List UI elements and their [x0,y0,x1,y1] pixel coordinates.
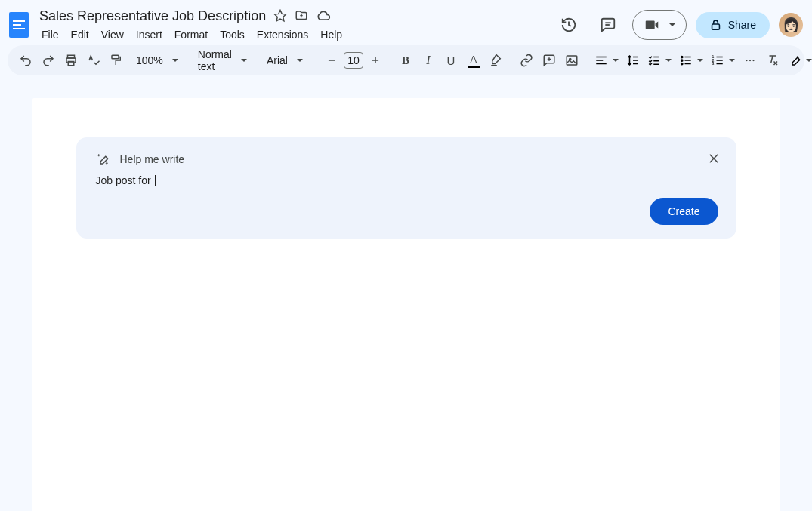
help-me-write-panel: Help me write Job post for Create [76,137,736,239]
italic-button[interactable]: I [418,50,439,71]
document-title[interactable]: Sales Representative Job Description [36,8,269,25]
font-dropdown[interactable]: Arial [259,53,312,68]
editing-mode-dropdown[interactable] [785,52,812,69]
paint-format-button[interactable] [106,50,127,71]
chevron-down-icon [806,59,812,62]
chevron-down-icon [665,59,672,62]
menu-view[interactable]: View [96,26,129,43]
svg-point-39 [752,60,754,61]
svg-rect-3 [712,24,719,29]
magic-pencil-icon [96,152,110,166]
bold-button[interactable]: B [395,50,416,71]
chevron-down-icon [669,23,675,26]
bulleted-list-dropdown[interactable] [676,52,706,69]
share-button[interactable]: Share [696,12,770,38]
svg-point-29 [681,63,683,64]
font-size-input[interactable] [344,52,363,69]
chevron-down-icon [613,59,619,62]
header-right: Share 👩🏻 [554,10,803,40]
chevron-down-icon [729,59,735,62]
svg-marker-0 [275,11,286,21]
style-value: Normal text [193,48,236,72]
title-area: Sales Representative Job Description Fil… [36,8,554,43]
video-call-button[interactable] [632,10,687,40]
toolbar: 100% Normal text Arial B I U A [8,45,804,75]
ai-panel-header: Help me write [96,152,718,166]
cloud-status-icon[interactable] [316,8,331,23]
increase-font-button[interactable] [365,50,386,71]
chevron-down-icon [297,59,303,62]
create-button[interactable]: Create [650,198,718,225]
ai-panel-title: Help me write [120,153,185,165]
numbered-list-dropdown[interactable]: 123 [708,52,738,69]
print-button[interactable] [60,50,82,71]
svg-point-25 [681,56,683,57]
svg-rect-7 [112,55,119,59]
chevron-down-icon [241,59,247,62]
chevron-down-icon [172,59,178,62]
svg-point-27 [681,60,683,61]
menu-help[interactable]: Help [315,26,347,43]
text-cursor [155,175,156,186]
chevron-down-icon [697,59,703,62]
svg-point-38 [749,60,751,61]
account-avatar[interactable]: 👩🏻 [779,13,803,37]
close-button[interactable] [703,148,724,169]
comments-icon[interactable] [593,10,623,40]
line-spacing-dropdown[interactable] [623,52,643,69]
svg-text:3: 3 [712,61,714,66]
menu-extensions[interactable]: Extensions [252,26,313,43]
spellcheck-button[interactable] [83,50,104,71]
add-comment-button[interactable] [539,50,560,71]
menu-file[interactable]: File [36,26,64,43]
share-label: Share [728,19,756,31]
paragraph-style-dropdown[interactable]: Normal text [190,47,250,74]
document-area: Help me write Job post for Create [0,75,812,511]
menubar: File Edit View Insert Format Tools Exten… [36,26,554,43]
zoom-value: 100% [131,54,168,66]
align-dropdown[interactable] [591,52,622,69]
document-page[interactable]: Help me write Job post for Create [32,98,780,511]
insert-link-button[interactable] [516,50,537,71]
more-options-button[interactable] [739,50,761,71]
zoom-dropdown[interactable]: 100% [128,53,181,68]
history-icon[interactable] [554,10,584,40]
insert-image-button[interactable] [561,50,582,71]
svg-point-37 [746,60,747,61]
star-icon[interactable] [273,9,287,23]
menu-format[interactable]: Format [169,26,213,43]
move-icon[interactable] [295,9,308,23]
docs-logo-icon[interactable] [9,12,29,38]
font-value: Arial [262,54,292,66]
underline-button[interactable]: U [440,50,462,71]
undo-button[interactable] [15,50,36,71]
checklist-dropdown[interactable] [644,52,675,69]
highlight-button[interactable] [486,50,507,71]
decrease-font-button[interactable] [321,50,342,71]
redo-button[interactable] [38,50,59,71]
header-bar: Sales Representative Job Description Fil… [0,0,812,44]
menu-edit[interactable]: Edit [66,26,94,43]
ai-prompt-input[interactable]: Job post for [96,174,718,187]
menu-tools[interactable]: Tools [215,26,250,43]
clear-formatting-button[interactable] [762,50,783,71]
menu-insert[interactable]: Insert [131,26,168,43]
ai-prompt-text: Job post for [96,174,154,186]
text-color-button[interactable]: A [463,50,484,71]
